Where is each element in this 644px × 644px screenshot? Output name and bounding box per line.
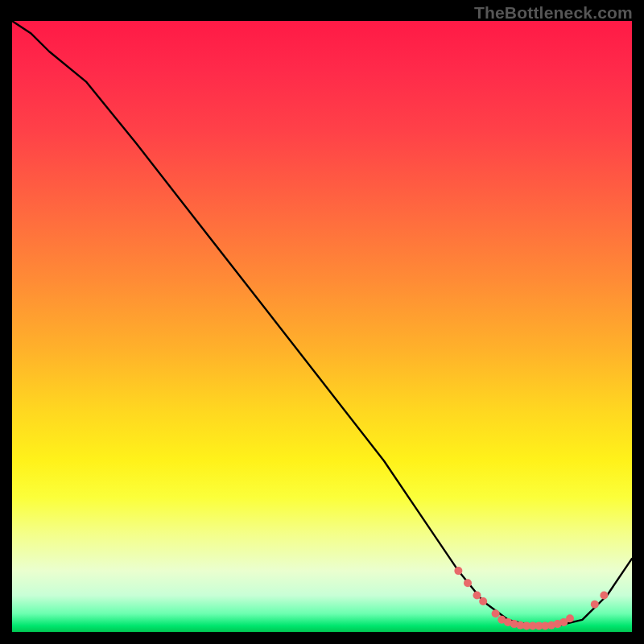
bottleneck-curve (12, 21, 632, 625)
highlight-dot (473, 592, 481, 600)
highlight-dot (464, 579, 472, 587)
highlight-dot (600, 592, 608, 600)
highlight-dots (454, 567, 608, 630)
highlight-dot (454, 567, 462, 575)
chart-frame: TheBottleneck.com (0, 0, 644, 644)
highlight-dot (479, 597, 487, 605)
highlight-dot (591, 601, 599, 609)
curve-layer (12, 21, 632, 632)
highlight-dot (566, 614, 574, 622)
watermark-label: TheBottleneck.com (474, 3, 633, 23)
plot-area (12, 21, 632, 632)
highlight-dot (492, 609, 500, 617)
